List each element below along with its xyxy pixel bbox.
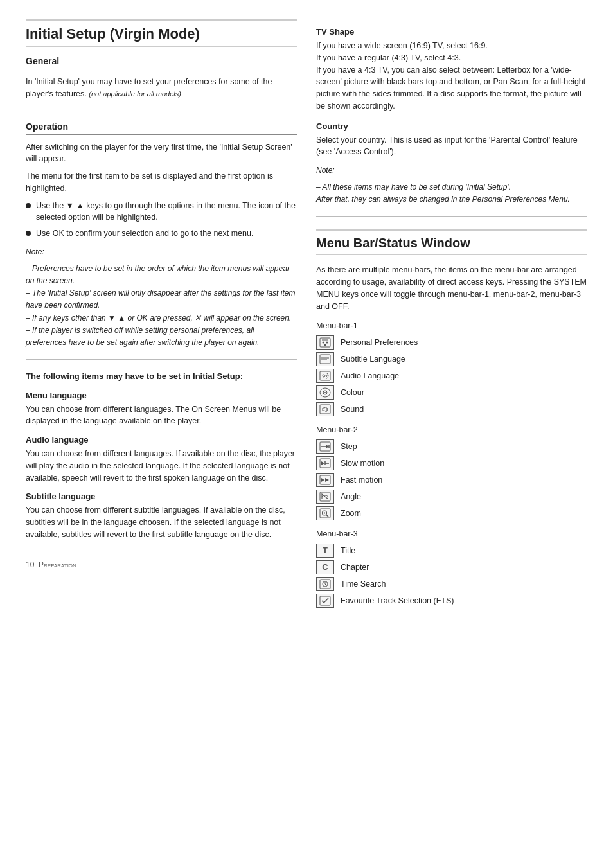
chapter-label: Chapter bbox=[341, 563, 369, 572]
tv-shape-body: If you have a wide screen (16:9) TV, sel… bbox=[316, 40, 587, 112]
menu-bar-1-items: Personal Preferences Subtitle Language A… bbox=[316, 335, 587, 416]
menu-bar-3-label: Menu-bar-3 bbox=[316, 528, 587, 540]
menu-bar-2-items: Step Slow motion Fast motion bbox=[316, 439, 587, 520]
svg-marker-24 bbox=[321, 478, 324, 482]
subtitle-language-body: You can choose from different subtitle l… bbox=[26, 504, 297, 540]
right-note-line1: – All these items may have to be set dur… bbox=[316, 181, 587, 206]
svg-point-12 bbox=[324, 392, 326, 393]
personal-prefs-label: Personal Preferences bbox=[341, 338, 418, 347]
menu-bar-intro: As there are multiple menu-bars, the ite… bbox=[316, 264, 587, 312]
right-note-block: Note: – All these items may have to be s… bbox=[316, 164, 587, 206]
fast-motion-icon bbox=[316, 473, 334, 487]
audio-lang-icon bbox=[316, 369, 334, 383]
bullet-dot-2 bbox=[26, 231, 31, 236]
menu-item-personal-prefs: Personal Preferences bbox=[316, 335, 587, 350]
subtitle-lang-icon bbox=[316, 352, 334, 366]
note-lines: – Preferences have to be set in the orde… bbox=[26, 263, 297, 349]
subtitle-language-title: Subtitle language bbox=[26, 492, 297, 501]
country-body: Select your country. This is used as inp… bbox=[316, 134, 587, 159]
angle-label: Angle bbox=[341, 492, 361, 501]
audio-lang-label: Audio Language bbox=[341, 371, 399, 380]
svg-line-29 bbox=[326, 515, 329, 517]
zoom-icon bbox=[316, 506, 334, 520]
note-label: Note: bbox=[26, 246, 297, 258]
menu-item-title: T Title bbox=[316, 544, 587, 558]
general-body: In 'Initial Setup' you may have to set y… bbox=[26, 76, 297, 100]
menu-item-sound: Sound bbox=[316, 402, 587, 416]
menu-item-colour: Colour bbox=[316, 385, 587, 400]
divider-1 bbox=[26, 111, 297, 111]
right-note-label: Note: bbox=[316, 164, 587, 176]
chapter-icon: C bbox=[316, 560, 334, 574]
svg-point-9 bbox=[323, 375, 325, 377]
zoom-label: Zoom bbox=[341, 509, 361, 518]
menu-item-slow-motion: Slow motion bbox=[316, 456, 587, 470]
page-number: 10 Preparation bbox=[26, 560, 297, 569]
menu-item-fast-motion: Fast motion bbox=[316, 473, 587, 487]
main-title: Initial Setup (Virgin Mode) bbox=[26, 19, 297, 47]
slow-motion-icon bbox=[316, 456, 334, 470]
svg-line-35 bbox=[325, 584, 326, 585]
personal-prefs-icon bbox=[316, 335, 334, 350]
divider-3 bbox=[316, 216, 587, 217]
slow-motion-label: Slow motion bbox=[341, 459, 384, 468]
sound-label: Sound bbox=[341, 405, 364, 414]
tv-shape-title: TV Shape bbox=[316, 27, 587, 37]
menu-item-step: Step bbox=[316, 439, 587, 454]
country-title: Country bbox=[316, 121, 587, 131]
audio-language-title: Audio language bbox=[26, 435, 297, 445]
menu-item-subtitle-lang: Subtitle Language bbox=[316, 352, 587, 366]
operation-title: Operation bbox=[26, 121, 297, 135]
following-items-header: The following items may have to be set i… bbox=[26, 370, 297, 383]
svg-marker-20 bbox=[321, 461, 324, 465]
menu-language-body: You can choose from different languages.… bbox=[26, 403, 297, 428]
fts-label: Favourite Track Selection (FTS) bbox=[341, 596, 454, 605]
fts-icon bbox=[316, 594, 334, 608]
menu-bar-3-items: T Title C Chapter Time Search Favourite bbox=[316, 544, 587, 608]
colour-label: Colour bbox=[341, 388, 364, 397]
svg-marker-25 bbox=[325, 478, 329, 482]
right-column: TV Shape If you have a wide screen (16:9… bbox=[316, 19, 587, 613]
title-icon: T bbox=[316, 544, 334, 558]
operation-bullet-list: Use the ▼ ▲ keys to go through the optio… bbox=[26, 200, 297, 240]
colour-icon bbox=[316, 385, 334, 400]
bullet-item-2: Use OK to confirm your selection and to … bbox=[26, 227, 297, 240]
time-search-label: Time Search bbox=[341, 580, 386, 589]
menu-language-title: Menu language bbox=[26, 391, 297, 400]
time-search-icon bbox=[316, 577, 334, 591]
menu-item-zoom: Zoom bbox=[316, 506, 587, 520]
divider-2 bbox=[26, 359, 297, 360]
operation-para1: After switching on the player for the ve… bbox=[26, 141, 297, 166]
menu-item-audio-lang: Audio Language bbox=[316, 369, 587, 383]
svg-rect-13 bbox=[320, 405, 330, 414]
angle-icon bbox=[316, 490, 334, 504]
bullet-dot-1 bbox=[26, 203, 31, 208]
general-title: General bbox=[26, 56, 297, 69]
step-icon bbox=[316, 439, 334, 454]
bullet-item-1: Use the ▼ ▲ keys to go through the optio… bbox=[26, 200, 297, 224]
operation-para2: The menu for the first item to be set is… bbox=[26, 170, 297, 195]
country-section: Country Select your country. This is use… bbox=[316, 121, 587, 159]
tv-shape-section: TV Shape If you have a wide screen (16:9… bbox=[316, 27, 587, 112]
audio-language-body: You can choose from different languages.… bbox=[26, 448, 297, 484]
svg-marker-14 bbox=[323, 407, 326, 412]
menu-item-chapter: C Chapter bbox=[316, 560, 587, 574]
left-column: Initial Setup (Virgin Mode) General In '… bbox=[26, 19, 297, 613]
sound-icon bbox=[316, 402, 334, 416]
operation-note: Note: – Preferences have to be set in th… bbox=[26, 246, 297, 349]
svg-point-3 bbox=[326, 342, 328, 344]
subtitle-lang-label: Subtitle Language bbox=[341, 355, 405, 364]
fast-motion-label: Fast motion bbox=[341, 475, 382, 484]
menu-bar-1-label: Menu-bar-1 bbox=[316, 320, 587, 332]
menu-item-fts: Favourite Track Selection (FTS) bbox=[316, 594, 587, 608]
menu-bar-2-label: Menu-bar-2 bbox=[316, 424, 587, 436]
svg-rect-5 bbox=[320, 355, 330, 364]
step-label: Step bbox=[341, 442, 357, 451]
menu-bar-title: Menu Bar/Status Window bbox=[316, 229, 587, 255]
svg-point-2 bbox=[323, 342, 324, 344]
menu-item-time-search: Time Search bbox=[316, 577, 587, 591]
menu-item-angle: Angle bbox=[316, 490, 587, 504]
svg-point-4 bbox=[324, 344, 326, 346]
title-label: Title bbox=[341, 546, 355, 555]
